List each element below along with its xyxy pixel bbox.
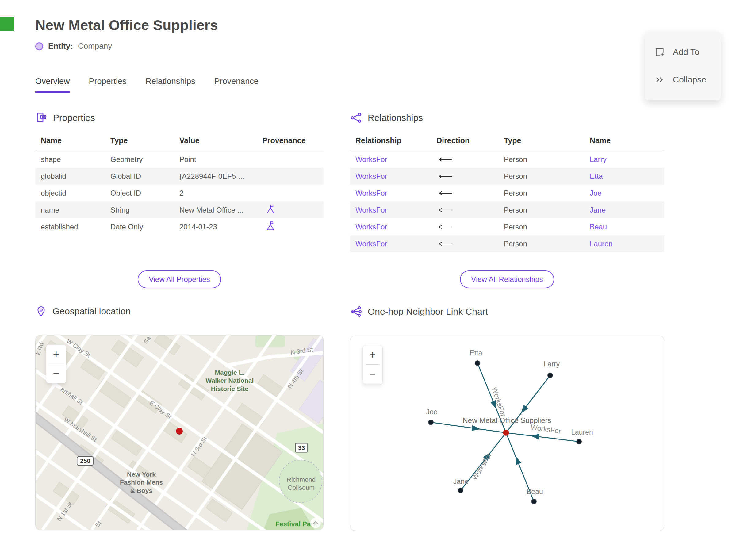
direction-left-arrow-icon: [436, 189, 453, 197]
chart-node[interactable]: [503, 430, 509, 436]
direction-cell: [436, 223, 504, 231]
relationships-table-header: Relationship Direction Type Name: [350, 133, 664, 151]
relationship-cell: WorksFor: [350, 172, 436, 181]
chart-zoom-out-button[interactable]: −: [363, 365, 382, 384]
col-provenance: Provenance: [262, 133, 324, 151]
map-location-marker: [176, 428, 183, 435]
property-value-cell: 2: [179, 189, 262, 198]
chart-edge-arrowhead: [516, 456, 521, 465]
tab-properties[interactable]: Properties: [89, 77, 127, 93]
table-row: establishedDate Only2014-01-23: [35, 218, 324, 235]
entity-detail-page: New Metal Office Suppliers Entity: Compa…: [0, 17, 736, 560]
table-row: WorksForPersonLauren: [350, 235, 664, 252]
table-row: WorksForPersonBeau: [350, 218, 664, 235]
related-entity-link[interactable]: Larry: [590, 155, 607, 163]
direction-cell: [436, 240, 504, 248]
related-entity-link[interactable]: Etta: [590, 172, 603, 180]
chart-node-label: Lauren: [571, 428, 593, 436]
link-chart-canvas[interactable]: + − WorksForWorksForWorksForNew Metal Of…: [350, 336, 664, 531]
chart-zoom-in-button[interactable]: +: [363, 345, 382, 364]
relationships-table-body: WorksForPersonLarryWorksForPersonEttaWor…: [350, 151, 664, 252]
property-type-cell: Geometry: [110, 155, 179, 164]
chart-node-label: Joe: [426, 408, 437, 416]
related-name-cell: Jane: [590, 206, 664, 214]
chart-node-label: Beau: [527, 488, 543, 496]
map-zoom-control: + −: [46, 344, 66, 383]
relationship-link[interactable]: WorksFor: [355, 155, 387, 163]
property-name-cell: globalid: [35, 172, 110, 181]
chart-node[interactable]: [475, 361, 480, 366]
provenance-flag-icon[interactable]: [266, 204, 275, 214]
property-type-cell: String: [110, 206, 179, 214]
geospatial-section-title: Geospatial location: [52, 306, 131, 316]
table-row: globalidGlobal ID{A228944F-0EF5-...: [35, 168, 324, 185]
related-entity-link[interactable]: Lauren: [590, 240, 613, 248]
view-all-properties-button[interactable]: View All Properties: [138, 270, 221, 288]
related-name-cell: Beau: [590, 223, 664, 231]
related-entity-link[interactable]: Beau: [590, 223, 607, 231]
property-type-cell: Object ID: [110, 189, 179, 198]
geospatial-section: Geospatial location: [35, 305, 324, 531]
view-all-relationships-button[interactable]: View All Relationships: [460, 270, 554, 288]
map-zoom-out-button[interactable]: −: [46, 364, 66, 383]
relationship-link[interactable]: WorksFor: [355, 172, 387, 180]
chart-node-label: Jane: [453, 478, 469, 485]
menu-item-label: Collapse: [673, 75, 706, 85]
col-direction: Direction: [436, 133, 504, 151]
col-type: Type: [504, 133, 590, 151]
relationship-link[interactable]: WorksFor: [355, 240, 387, 248]
provenance-flag-icon[interactable]: [266, 221, 275, 231]
map-canvas[interactable]: k Rd W Clay St Sa arshall St E Clay St W…: [35, 335, 324, 530]
chart-node[interactable]: [548, 373, 553, 378]
map-attribution-chevron-icon[interactable]: [310, 518, 321, 528]
property-value-cell: 2014-01-23: [179, 223, 262, 231]
entity-color-dot-icon: [35, 42, 43, 50]
related-name-cell: Lauren: [590, 240, 664, 248]
chart-node-label: Etta: [470, 349, 482, 357]
chart-node[interactable]: [458, 488, 463, 493]
tab-overview[interactable]: Overview: [35, 77, 70, 93]
corner-accent: [0, 17, 14, 31]
relationship-link[interactable]: WorksFor: [355, 223, 387, 231]
relationship-cell: WorksFor: [350, 206, 436, 214]
direction-cell: [436, 189, 504, 198]
property-provenance-cell: [262, 204, 324, 216]
property-provenance-cell: [262, 221, 324, 233]
entity-type-value: Company: [78, 41, 112, 51]
table-row: objectidObject ID2: [35, 185, 324, 201]
table-row: WorksForPersonEtta: [350, 168, 664, 185]
relationship-cell: WorksFor: [350, 155, 436, 164]
table-row: WorksForPersonJoe: [350, 185, 664, 201]
col-type: Type: [110, 133, 179, 151]
relationship-cell: WorksFor: [350, 223, 436, 231]
property-type-cell: Global ID: [110, 172, 179, 181]
tab-relationships[interactable]: Relationships: [146, 77, 195, 93]
related-type-cell: Person: [504, 155, 590, 164]
chart-node[interactable]: [531, 499, 536, 504]
menu-item-add-to[interactable]: Add To: [645, 38, 721, 66]
chart-node[interactable]: [428, 420, 433, 425]
relationship-link[interactable]: WorksFor: [355, 206, 387, 214]
related-entity-link[interactable]: Joe: [590, 189, 602, 197]
map-zoom-in-button[interactable]: +: [46, 345, 66, 364]
menu-item-label: Add To: [673, 47, 700, 57]
properties-table-body: shapeGeometryPointglobalidGlobal ID{A228…: [35, 151, 324, 235]
menu-item-collapse[interactable]: Collapse: [645, 66, 721, 94]
link-chart-section-title: One-hop Neighbor Link Chart: [368, 306, 488, 317]
tab-provenance[interactable]: Provenance: [214, 77, 259, 93]
relationship-cell: WorksFor: [350, 189, 436, 198]
direction-left-arrow-icon: [436, 206, 453, 214]
tab-bar: Overview Properties Relationships Proven…: [35, 77, 736, 93]
direction-left-arrow-icon: [436, 172, 453, 180]
col-name: Name: [590, 133, 664, 151]
related-entity-link[interactable]: Jane: [590, 206, 606, 214]
related-name-cell: Larry: [590, 155, 664, 164]
related-name-cell: Etta: [590, 172, 664, 181]
direction-cell: [436, 172, 504, 181]
relationships-section: Relationships Relationship Direction Typ…: [350, 112, 664, 288]
property-value-cell: New Metal Office ...: [179, 206, 262, 214]
chart-node[interactable]: [577, 439, 581, 444]
col-relationship: Relationship: [350, 133, 436, 151]
relationship-link[interactable]: WorksFor: [355, 189, 387, 197]
related-name-cell: Joe: [590, 189, 664, 198]
